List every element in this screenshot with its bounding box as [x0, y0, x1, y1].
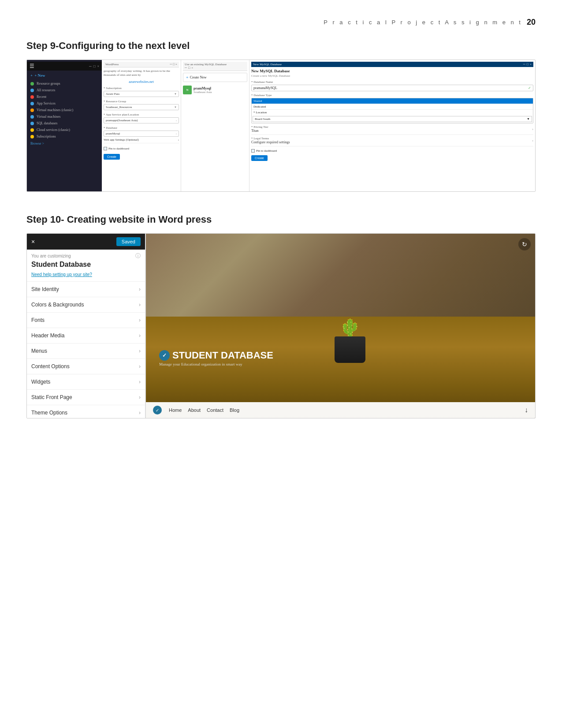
maximize-icon: □	[173, 63, 175, 66]
menu-item-content-options[interactable]: Content Options ›	[27, 358, 145, 374]
newmysql-titlebar: New MySQL Database ─ □ ×	[251, 62, 533, 67]
chevron-right-icon: ›	[139, 363, 141, 370]
sidebar-item-all-resources[interactable]: All resources	[27, 87, 102, 93]
site-name: ✓ STUDENT DATABASE	[159, 350, 273, 361]
dbname-label: Database Name	[251, 80, 533, 84]
mysql-titlebar: Use an existing MySQL Database ─ □ ×	[183, 62, 247, 71]
location-dropdown[interactable]: Brazil South ▼	[253, 116, 532, 122]
chevron-right-icon: ›	[139, 302, 141, 308]
legal-terms-row[interactable]: * Legal Terms Configure required setting…	[251, 135, 533, 146]
dot-icon	[30, 82, 34, 86]
chevron-right-icon: ›	[139, 348, 141, 354]
subscription-label: Subscription	[104, 86, 179, 90]
create-new-button[interactable]: + Create New	[183, 73, 247, 82]
newmysql-title: New MySQL Database	[251, 69, 533, 73]
chevron-right-icon: ›	[532, 138, 533, 142]
new-mysql-panel: New MySQL Database ─ □ × New MySQL Datab…	[249, 60, 535, 191]
db-type-location[interactable]: * Location	[252, 110, 533, 115]
dot-icon	[30, 135, 34, 138]
nav-link-blog[interactable]: Blog	[230, 407, 239, 413]
help-link[interactable]: Need help setting up your site?	[27, 272, 145, 281]
nav-link-about[interactable]: About	[188, 407, 201, 413]
menu-item-menus[interactable]: Menus ›	[27, 343, 145, 358]
db-type-shared-selected[interactable]: Shared	[252, 98, 533, 104]
preview-refresh-icon[interactable]: ↻	[518, 238, 531, 250]
menu-item-fonts[interactable]: Fonts ›	[27, 312, 145, 328]
sidebar-item-resource-groups[interactable]: Resource groups	[27, 80, 102, 87]
menu-item-header-media[interactable]: Header Media ›	[27, 328, 145, 343]
chevron-right-icon: ›	[139, 379, 141, 385]
close-button[interactable]: ×	[31, 238, 35, 245]
close-icon: ×	[530, 63, 532, 66]
page-number: 20	[527, 18, 536, 27]
dot-icon	[30, 89, 34, 92]
chevron-icon: ▼	[527, 117, 530, 121]
sidebar-item-sql[interactable]: SQL databases	[27, 120, 102, 127]
menu-item-widgets[interactable]: Widgets ›	[27, 374, 145, 389]
step10-screenshot: × Saved You are customizing ⓘ Student Da…	[26, 233, 536, 418]
azure-topbar: ☰ ─ □ ×	[27, 62, 102, 71]
chevron-icon: ›	[176, 132, 177, 135]
chevron-right-icon: ›	[139, 332, 141, 339]
chevron-icon: ▼	[174, 93, 177, 95]
menu-item-site-identity[interactable]: Site Identity ›	[27, 281, 145, 297]
create-button[interactable]: Create	[251, 155, 268, 161]
app-service-input[interactable]: pramappt(Southeast Asia) ›	[104, 117, 179, 123]
sidebar-browse[interactable]: Browse >	[27, 140, 102, 147]
step9-section: Step 9-Configuring to the next level ☰ ─…	[26, 40, 536, 192]
database-item[interactable]: N pramMysql Southeast Asia	[183, 86, 247, 94]
menu-item-static-front-page[interactable]: Static Front Page ›	[27, 389, 145, 405]
resource-group-input[interactable]: Southeast_Resources ▼	[104, 104, 179, 110]
db-type-dedicated[interactable]: Dedicated	[252, 104, 533, 110]
dbname-input[interactable]: pramanaMySQL ✓	[251, 85, 533, 91]
customizer-header: × Saved	[27, 234, 145, 250]
azure-new-button[interactable]: + + New	[27, 71, 102, 80]
plus-icon: +	[186, 75, 189, 80]
close-icon: ×	[175, 63, 177, 66]
database-input[interactable]: pramMysql ›	[104, 131, 179, 137]
site-tagline: Manage your Educational organization in …	[159, 362, 273, 366]
wordpress-title: WordPress	[105, 63, 119, 66]
web-app-settings-row[interactable]: Web app Settings (Optional) ›	[104, 137, 179, 143]
menu-item-theme-options[interactable]: Theme Options ›	[27, 405, 145, 418]
minimize-icon: ─	[185, 66, 187, 70]
window-buttons: ─ □ ×	[89, 64, 99, 68]
sidebar-item-cloud[interactable]: Cloud services (classic)	[27, 127, 102, 133]
sidebar-item-vm-classic[interactable]: Virtual machines (classic)	[27, 107, 102, 113]
sidebar-item-subscriptions[interactable]: Subscriptions	[27, 133, 102, 140]
pin-checkbox[interactable]	[251, 149, 255, 153]
info-icon: ⓘ	[135, 252, 141, 260]
chevron-right-icon: ›	[139, 410, 141, 416]
pricing-tier-row[interactable]: * Pricing Tier Titan ›	[251, 123, 533, 135]
minimize-icon: ─	[523, 63, 525, 66]
legal-label: * Legal Terms	[251, 137, 290, 140]
preview-background: 🌵 ↻ ✓ STUDENT DATABASE Manage your Educa…	[146, 234, 535, 418]
subscription-input[interactable]: Azure Pass ▼	[104, 91, 179, 97]
db-type-options: Shared Dedicated * Location Brazil South…	[251, 98, 533, 123]
chevron-icon: ▼	[174, 106, 177, 108]
pin-checkbox[interactable]	[104, 147, 107, 150]
site-logo: ✓	[159, 350, 170, 361]
window-controls: ─ □ ×	[523, 63, 532, 66]
dot-icon	[30, 122, 34, 125]
dot-icon	[30, 115, 34, 119]
sidebar-item-recent[interactable]: Recent	[27, 93, 102, 100]
newmysql-subtitle: Create a new MySQL Database	[251, 74, 533, 78]
sidebar-item-app-services[interactable]: App Services	[27, 100, 102, 107]
maximize-icon: □	[93, 64, 96, 68]
plant-leaves: 🌵	[339, 318, 361, 339]
wordpress-titlebar: WordPress ─ □ ×	[104, 62, 179, 67]
sidebar-item-vm[interactable]: Virtual machines	[27, 113, 102, 120]
create-button[interactable]: Create	[104, 154, 120, 160]
app-service-label: App Service plan/Location	[104, 113, 179, 116]
save-button[interactable]: Saved	[116, 237, 141, 246]
wordpress-panel: WordPress ─ □ × geography of everyday wr…	[102, 60, 181, 191]
site-title: Student Database	[27, 260, 145, 272]
use-existing-mysql-panel: Use an existing MySQL Database ─ □ × + C…	[181, 60, 249, 191]
wp-description: geography of everyday writing. It has gr…	[104, 69, 179, 77]
chevron-right-icon: ›	[532, 127, 533, 131]
nav-link-contact[interactable]: Contact	[207, 407, 223, 413]
nav-link-home[interactable]: Home	[169, 407, 182, 413]
customizing-label: You are customizing ⓘ	[27, 250, 145, 260]
menu-item-colors-backgrounds[interactable]: Colors & Backgrounds ›	[27, 297, 145, 312]
